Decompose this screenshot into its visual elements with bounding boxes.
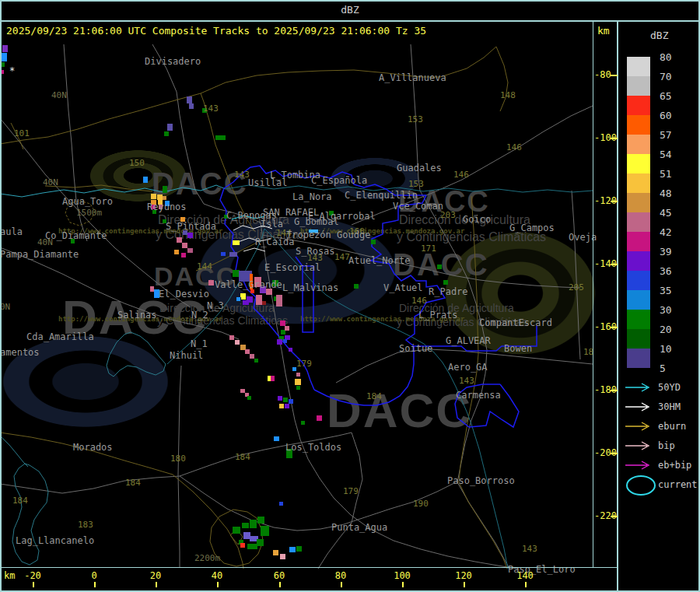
legend-label: eburn	[658, 421, 686, 432]
place-label: Bowen	[504, 343, 532, 354]
place-label: E_Escorial	[264, 262, 320, 273]
place-label: S_Pintada	[166, 221, 216, 232]
echo-cell	[295, 379, 301, 385]
echo-cell	[250, 520, 257, 528]
place-label: Guadales	[397, 163, 442, 173]
right-axis-tick	[611, 390, 618, 391]
dbz-band-swatch	[627, 115, 650, 135]
map-line	[314, 346, 414, 405]
geo-label: 2200m	[194, 553, 220, 563]
echo-cell	[215, 135, 226, 140]
road-number-label: 143	[522, 544, 537, 554]
place-label: Morados	[73, 442, 113, 453]
echo-cell	[233, 527, 240, 534]
echo-cell	[163, 196, 166, 200]
map-linework	[0, 0, 700, 592]
50YD-arrow-icon	[625, 381, 654, 394]
place-label: Agua_Toro	[62, 196, 113, 207]
echo-cell	[443, 280, 448, 285]
echo-cell	[163, 186, 167, 193]
place-label: Soitue	[399, 343, 432, 354]
bottom-axis-tick-label: 120	[455, 570, 472, 581]
echo-cell	[296, 373, 300, 377]
right-axis-tick	[611, 516, 618, 517]
map-line	[352, 433, 362, 523]
dbz-band-label: 54	[660, 149, 672, 160]
echo-cell	[187, 96, 192, 103]
road-number-label: 144	[197, 261, 212, 271]
dbz-band-swatch	[627, 251, 650, 271]
echo-cell	[289, 547, 296, 552]
echo-cell	[182, 243, 187, 248]
place-label: G_ALVEAR	[446, 335, 491, 346]
echo-cell	[279, 404, 284, 408]
echo-cell	[279, 502, 283, 506]
place-label: L_Prats	[418, 310, 458, 321]
echo-cell	[247, 396, 251, 400]
place-label: N_1	[191, 338, 208, 349]
right-axis-tick	[611, 453, 618, 454]
dbz-band-swatch	[627, 290, 650, 310]
bottom-axis-tick	[402, 582, 404, 587]
legend-label: 30HM	[658, 401, 681, 412]
bottom-axis-tick	[94, 582, 96, 587]
dbz-band-swatch	[627, 349, 650, 368]
frame-line	[2, 567, 617, 568]
echo-cell	[354, 284, 359, 289]
place-label: L_Malvinas	[282, 282, 338, 293]
place-label: C_Española	[311, 175, 367, 186]
bottom-axis-tick-label: 40	[212, 570, 222, 581]
echo-cell	[229, 335, 234, 340]
place-label: Aero_GA	[448, 362, 488, 373]
dbz-band-swatch	[627, 310, 650, 329]
place-label: Reyunos	[147, 201, 187, 212]
place-label: C_Elenquillin	[345, 190, 418, 201]
place-label: Carmensa	[456, 390, 501, 401]
geo-label: 1500m	[76, 208, 102, 218]
road-number-label: 184	[125, 478, 141, 488]
right-axis-tick	[611, 138, 618, 139]
bottom-axis-tick-label: 60	[274, 570, 285, 581]
map-line	[0, 436, 28, 467]
dbz-band-label: 30	[660, 304, 672, 316]
dbz-band-swatch	[627, 232, 650, 251]
road-number-label: 147	[334, 252, 350, 262]
dbz-band-label: 20	[660, 324, 672, 335]
dbz-band-label: 35	[660, 285, 672, 296]
dbz-band-swatch	[627, 193, 650, 212]
bottom-axis-tick	[33, 582, 34, 587]
place-label: amentos	[0, 347, 40, 358]
road-number-label: 143	[234, 170, 250, 180]
30HM-arrow-icon	[625, 401, 654, 413]
echo-cell	[164, 131, 169, 136]
echo-cell	[174, 250, 179, 254]
frame-line	[0, 0, 700, 2]
echo-cell	[296, 386, 300, 390]
map-line	[0, 433, 173, 475]
echo-cell	[280, 554, 285, 559]
radar-composite-window: dBZ 2025/09/23 21:06:00 UTC Composite Tr…	[0, 0, 700, 592]
bottom-axis-tick-label: 0	[91, 570, 96, 581]
road-number-label: 153	[408, 179, 424, 189]
echo-cell	[301, 421, 305, 425]
echo-cell	[177, 237, 182, 243]
place-label: G_bombal	[294, 216, 339, 227]
echo-cell	[143, 177, 148, 183]
dbz-band-swatch	[627, 76, 650, 96]
dbz-band-label: 51	[660, 168, 672, 180]
echo-cell	[256, 295, 262, 305]
echo-cell	[208, 280, 214, 285]
road-number-label: 143	[459, 376, 474, 386]
place-label: Nihuil	[170, 350, 203, 361]
place-label: Vce_Coman	[393, 201, 443, 212]
place-label: Goico	[463, 214, 491, 225]
dbz-band-label: 57	[660, 129, 672, 141]
bottom-axis-unit: km	[4, 570, 15, 581]
dbz-band-swatch	[627, 57, 650, 76]
road-number-label: 205	[569, 282, 584, 292]
dbz-band-swatch	[627, 173, 650, 193]
road-number-label: 143	[203, 103, 219, 114]
road-number-label: 153	[408, 114, 423, 124]
echo-cell	[242, 523, 249, 528]
map-line	[496, 47, 508, 111]
